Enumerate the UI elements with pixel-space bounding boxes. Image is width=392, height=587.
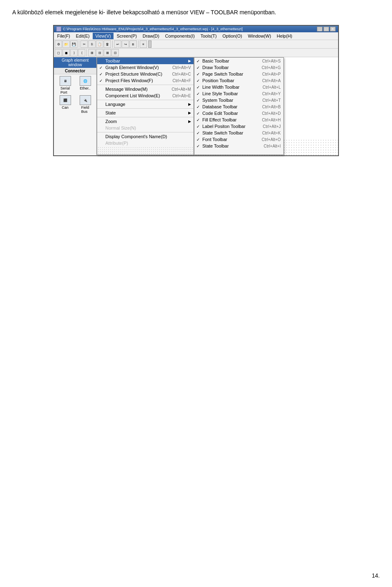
minimize-button[interactable]: _ xyxy=(317,27,323,31)
tb-btn-save[interactable]: 💾 xyxy=(70,40,78,48)
menu-view-display-component[interactable]: Display Component's Name(D) xyxy=(97,133,194,140)
submenu-basic-toolbar[interactable]: ✓ Basic Toolbar Ctrl+Alt+S xyxy=(194,58,283,64)
submenu-database-toolbar[interactable]: ✓ Database Toolbar Ctrl+Alt+B xyxy=(194,103,283,110)
tb-btn-r4[interactable]: ⟨ xyxy=(78,49,85,56)
linewidth-label: Line Width Toolbar xyxy=(203,85,240,90)
submenu-stateswitch-toolbar[interactable]: ✓ State Switch Toolbar Ctrl+Alt+K xyxy=(194,130,283,136)
menu-view[interactable]: View(V) xyxy=(93,33,113,39)
sidebar-icon-fieldbus[interactable]: 🔌 FieldBus xyxy=(76,95,95,114)
menu-edit[interactable]: Edit(E) xyxy=(74,33,92,39)
ether-icon: 🌐 xyxy=(80,76,91,86)
submenu-linestyle-toolbar[interactable]: ✓ Line Style Toolbar Ctrl+Alt+Y xyxy=(194,90,283,97)
pageswitch-shortcut: Ctrl+Alt+P xyxy=(254,72,281,76)
tb-btn-paste[interactable]: 📋 xyxy=(96,40,103,48)
maximize-button[interactable]: □ xyxy=(323,27,329,31)
ether-label: Ether.. xyxy=(80,86,90,90)
app-icon xyxy=(56,27,61,31)
sep-4 xyxy=(97,117,194,117)
menu-option[interactable]: Option(O) xyxy=(220,33,245,39)
can-icon: ⬛ xyxy=(60,95,71,105)
tb-btn-r3[interactable]: ⟩ xyxy=(70,49,78,56)
dropdown-overlay: Toolbar ▶ ✓ Graph Element Window(V) Ctrl… xyxy=(97,57,284,155)
submenu-pageswitch-toolbar[interactable]: ✓ Page Switch Toolbar Ctrl+Alt+P xyxy=(194,71,283,77)
tb-btn-r8[interactable]: ⊡ xyxy=(111,49,119,56)
toolbar-arrow: ▶ xyxy=(188,59,191,63)
tb-btn-new[interactable]: ⚙ xyxy=(55,40,62,48)
menu-view-component-list[interactable]: Component List Window(E) Ctrl+Alt+E xyxy=(97,92,194,99)
basic-toolbar-label: Basic Toolbar xyxy=(203,58,229,63)
sep-2 xyxy=(97,100,194,100)
menu-view-state[interactable]: State ▶ xyxy=(97,110,194,116)
menu-view-attribute[interactable]: Attribute(P) xyxy=(97,140,194,146)
submenu-linewidth-toolbar[interactable]: ✓ Line Width Toolbar Ctrl+Alt+L xyxy=(194,84,283,90)
tb-btn-b[interactable]: B xyxy=(129,40,137,48)
font-check: ✓ xyxy=(196,137,200,142)
tb-btn-r2[interactable]: ◼ xyxy=(62,49,70,56)
close-button[interactable]: ✕ xyxy=(330,27,336,31)
submenu-state-toolbar[interactable]: ✓ State Toolbar Ctrl+Alt+I xyxy=(194,143,283,149)
codeedit-label: Code Edit Toolbar xyxy=(203,111,238,116)
title-bar: C:\Program Files\Kinco HMIware_ENU\Proje… xyxy=(54,26,338,32)
submenu-draw-toolbar[interactable]: ✓ Draw Toolbar Ctrl+Alt+G xyxy=(194,64,283,71)
tb-btn-r5[interactable]: ⊞ xyxy=(88,49,96,56)
menu-view-normal-size[interactable]: Normal Size(N) xyxy=(97,125,194,131)
menu-draw[interactable]: Draw(D) xyxy=(140,33,162,39)
sep-1 xyxy=(97,85,194,85)
submenu-font-toolbar[interactable]: ✓ Font Toolbar Ctrl+Alt+O xyxy=(194,136,283,143)
basic-toolbar-check: ✓ xyxy=(196,59,200,63)
tb-btn-redo[interactable]: ↪ xyxy=(122,40,129,48)
tb-btn-copy[interactable]: ⎘ xyxy=(88,40,96,48)
submenu-system-toolbar[interactable]: ✓ System Toolbar Ctrl+Alt+T xyxy=(194,97,283,103)
menu-view-language[interactable]: Language ▶ xyxy=(97,101,194,108)
state-toolbar-label: State Toolbar xyxy=(203,143,229,148)
stateswitch-shortcut: Ctrl+Alt+K xyxy=(254,131,281,135)
tb-btn-extra[interactable]: ≡ xyxy=(140,40,147,48)
sidebar-icon-can[interactable]: ⬛ Can xyxy=(56,95,75,114)
linewidth-shortcut: Ctrl+Alt+L xyxy=(254,85,281,90)
database-check: ✓ xyxy=(196,105,200,109)
menu-view-toolbar[interactable]: Toolbar ▶ xyxy=(97,58,194,64)
labelposition-label: Label Positon Toolbar xyxy=(203,124,246,129)
sidebar-icons-grid: 🖥 SerialPort 🌐 Ether.. ⬛ Can 🔌 FieldBus xyxy=(54,74,96,115)
message-label: Message Window(M) xyxy=(105,87,147,92)
tb-sep-1 xyxy=(79,40,79,48)
menu-file[interactable]: File(F) xyxy=(55,33,73,39)
graph-element-shortcut: Ctrl+Alt+V xyxy=(164,65,191,70)
submenu-labelposition-toolbar[interactable]: ✓ Label Positon Toolbar Ctrl+Alt+J xyxy=(194,123,283,130)
tb-btn-cut[interactable]: ✂ xyxy=(80,40,88,48)
tb-btn-r7[interactable]: ⊠ xyxy=(104,49,111,56)
font-label: Font Toolbar xyxy=(203,137,227,142)
serial-port-icon: 🖥 xyxy=(60,76,71,86)
menu-view-project-structure[interactable]: ✓ Project Structure Window(C) Ctrl+Alt+C xyxy=(97,71,194,77)
menu-view-project-files[interactable]: ✓ Project Files Window(F) Ctrl+Alt+F xyxy=(97,77,194,84)
menu-view-zoom[interactable]: Zoom ▶ xyxy=(97,118,194,125)
position-check: ✓ xyxy=(196,78,200,83)
sidebar-icon-ether[interactable]: 🌐 Ether.. xyxy=(76,76,95,94)
linestyle-label: Line Style Toolbar xyxy=(203,91,238,96)
tb-btn-r6[interactable]: ⊟ xyxy=(96,49,103,56)
submenu-filleffect-toolbar[interactable]: ✓ Fill Effect Toolbar Ctrl+Alt+H xyxy=(194,117,283,123)
state-label: State xyxy=(105,110,116,115)
menu-tools[interactable]: Tools(T) xyxy=(198,33,219,39)
menu-screen[interactable]: Screen(P) xyxy=(114,33,140,39)
menu-view-message[interactable]: Message Window(M) Ctrl+Alt+M xyxy=(97,86,194,92)
submenu-position-toolbar[interactable]: ✓ Position Toolbar Ctrl+Alt+A xyxy=(194,77,283,84)
pageswitch-label: Page Switch Toolbar xyxy=(203,72,243,76)
title-bar-text: C:\Program Files\Kinco HMIware_ENU\Proje… xyxy=(63,27,243,31)
language-label: Language xyxy=(105,102,125,107)
menu-view-graph-element[interactable]: ✓ Graph Element Window(V) Ctrl+Alt+V xyxy=(97,64,194,71)
menu-components[interactable]: Components(I) xyxy=(163,33,197,39)
tb-btn-open[interactable]: 📁 xyxy=(62,40,70,48)
sidebar-icon-serial[interactable]: 🖥 SerialPort xyxy=(56,76,75,94)
zoom-arrow: ▶ xyxy=(188,119,191,123)
menu-help[interactable]: Help(H) xyxy=(274,33,295,39)
system-label: System Toolbar xyxy=(203,98,234,103)
submenu-codeedit-toolbar[interactable]: ✓ Code Edit Toolbar Ctrl+Alt+D xyxy=(194,110,283,117)
project-structure-check: ✓ xyxy=(99,72,102,76)
pageswitch-check: ✓ xyxy=(196,72,200,76)
serial-port-label: SerialPort xyxy=(60,86,70,94)
tb-btn-undo[interactable]: ↩ xyxy=(114,40,121,48)
tb-btn-delete[interactable]: 🗑 xyxy=(104,40,111,48)
menu-window[interactable]: Window(W) xyxy=(245,33,274,39)
tb-btn-r1[interactable]: ◻ xyxy=(55,49,62,56)
